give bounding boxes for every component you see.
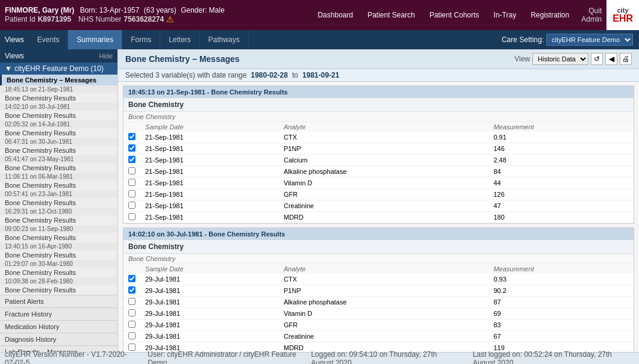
- nav-in-tray[interactable]: In-Tray: [487, 0, 524, 30]
- sidebar-time-entry[interactable]: 14:02:10 on 30-Jul-1981: [0, 103, 117, 111]
- section-subtitle: Bone Chemistry: [123, 112, 634, 122]
- view-label: View: [514, 55, 530, 63]
- row-checkbox[interactable]: [128, 298, 136, 305]
- table-row: 29-Jul-1981P1NP90.2: [123, 285, 634, 297]
- content-title: Bone Chemistry – Messages: [125, 54, 240, 64]
- quit-link[interactable]: Quit: [588, 7, 602, 15]
- row-checkbox[interactable]: [128, 179, 136, 186]
- sidebar-time-entry[interactable]: 06:47:31 on 30-Jun-1981: [0, 138, 117, 146]
- main-layout: Views Hide ▼ cityEHR Feature Demo (10) B…: [0, 49, 639, 352]
- sidebar-time-entry[interactable]: 02:05:32 on 14-Jul-1981: [0, 120, 117, 128]
- logged-on-text: Logged on: 09:54:10 on Thursday, 27th Au…: [311, 350, 460, 365]
- nav-dashboard[interactable]: Dashboard: [310, 0, 360, 30]
- row-checkbox[interactable]: [128, 133, 136, 140]
- row-checkbox[interactable]: [128, 156, 136, 163]
- sidebar-sub-item[interactable]: Bone Chemistry Results: [0, 111, 117, 120]
- sidebar-sub-item[interactable]: Bone Chemistry Results: [0, 250, 117, 260]
- sidebar-sub-item[interactable]: Bone Chemistry Results: [0, 268, 117, 277]
- tab-bar: Views Events Summaries Forms Letters Pat…: [0, 30, 639, 49]
- sidebar-time-entry[interactable]: 09:00:23 on 11-Sep-1980: [0, 225, 117, 233]
- top-bar: FINMORE, Gary (Mr) Born: 13-Apr-1957 (63…: [0, 0, 639, 30]
- nav-registration[interactable]: Registration: [523, 0, 576, 30]
- row-checkbox[interactable]: [128, 144, 136, 152]
- row-checkbox[interactable]: [128, 286, 136, 294]
- user-text: User: cityEHR Administrator / cityEHR Fe…: [148, 350, 299, 365]
- results-section: 18:45:13 on 21-Sep-1981 - Bone Chemistry…: [123, 85, 634, 224]
- row-checkbox[interactable]: [128, 332, 136, 339]
- sidebar-time-entry[interactable]: 16:29:31 on 12-Oct-1980: [0, 208, 117, 215]
- sidebar-sub-item[interactable]: Bone Chemistry Results: [0, 198, 117, 208]
- nav-patient-search[interactable]: Patient Search: [360, 0, 422, 30]
- nav-links: Dashboard Patient Search Patient Cohorts…: [310, 0, 576, 30]
- tab-summaries[interactable]: Summaries: [68, 30, 122, 49]
- table-row: 29-Jul-1981CTX0.93: [123, 274, 634, 285]
- results-container: 18:45:13 on 21-Sep-1981 - Bone Chemistry…: [118, 85, 639, 352]
- sidebar-section-fracture[interactable]: Fracture History: [0, 307, 117, 320]
- row-checkbox[interactable]: [128, 309, 136, 316]
- sidebar-time-entry[interactable]: 11:06:11 on 06-Mar-1981: [0, 173, 117, 180]
- sidebar-group-title[interactable]: ▼ cityEHR Feature Demo (10): [0, 63, 117, 75]
- sidebar-header: Views Hide: [0, 49, 117, 63]
- content-area: Bone Chemistry – Messages View Historic …: [118, 49, 639, 352]
- sidebar-time-entry[interactable]: 13:40:15 on 16-Apr-1980: [0, 242, 117, 250]
- tab-forms[interactable]: Forms: [122, 30, 160, 49]
- refresh-button[interactable]: ↺: [591, 53, 603, 65]
- tab-letters[interactable]: Letters: [160, 30, 200, 49]
- print-button[interactable]: 🖨: [620, 53, 632, 65]
- section-subtitle: Bone Chemistry: [123, 254, 634, 264]
- row-checkbox[interactable]: [128, 321, 136, 328]
- sidebar-section-diagnosis[interactable]: Diagnosis History: [0, 333, 117, 345]
- sidebar-time-entry[interactable]: 00:57:41 on 23-Jan-1981: [0, 190, 117, 198]
- date-range: Selected 3 variable(s) with date range 1…: [118, 69, 639, 82]
- version-text: cityEHR Version Number - V1.7-2020-07-02…: [5, 350, 136, 365]
- last-logged-text: Last logged on: 00:52:24 on Thursday, 27…: [473, 350, 634, 365]
- table-row: 21-Sep-1981GFR126: [123, 189, 634, 200]
- care-setting-select[interactable]: cityEHR Feature Demo: [546, 34, 633, 46]
- tab-events[interactable]: Events: [29, 30, 69, 49]
- historic-data-select[interactable]: Historic Data: [532, 53, 588, 65]
- sidebar-active-item[interactable]: Bone Chemistry – Messages: [0, 75, 117, 85]
- row-checkbox[interactable]: [128, 190, 136, 197]
- row-checkbox[interactable]: [128, 213, 136, 220]
- sidebar-sub-item[interactable]: Bone Chemistry Results: [0, 163, 117, 173]
- table-row: 29-Jul-1981GFR83: [123, 319, 634, 331]
- table-row: 29-Jul-1981Alkaline phosphatase87: [123, 297, 634, 308]
- sidebar-sub-item[interactable]: Bone Chemistry Results: [0, 93, 117, 103]
- sidebar-sub-item[interactable]: Bone Chemistry Results: [0, 285, 117, 295]
- section-title: Bone Chemistry: [123, 98, 634, 112]
- row-checkbox[interactable]: [128, 275, 136, 282]
- sidebar-section-patient-alerts[interactable]: Patient Alerts: [0, 295, 117, 307]
- sidebar-views: Views: [5, 52, 24, 60]
- tab-pathways[interactable]: Pathways: [200, 30, 249, 49]
- sidebar-sub-item[interactable]: Bone Chemistry Results: [0, 146, 117, 155]
- sidebar-hide-button[interactable]: Hide: [99, 52, 113, 60]
- patient-info: FINMORE, Gary (Mr) Born: 13-Apr-1957 (63…: [0, 0, 310, 30]
- quit-admin: Quit Admin: [576, 0, 606, 30]
- results-table: Sample DateAnalyteMeasurement29-Jul-1981…: [123, 264, 634, 352]
- sidebar-time-entry[interactable]: 01:29:07 on 30-Mar-1980: [0, 260, 117, 268]
- table-row: 21-Sep-1981Creatinine47: [123, 200, 634, 212]
- results-section-header: 18:45:13 on 21-Sep-1981 - Bone Chemistry…: [123, 86, 634, 98]
- prev-button[interactable]: ◀: [605, 53, 617, 65]
- sidebar-sub-item[interactable]: Bone Chemistry Results: [0, 233, 117, 242]
- sidebar-time-entry[interactable]: 10:09:38 on 28-Feb-1980: [0, 277, 117, 285]
- row-checkbox[interactable]: [128, 202, 136, 209]
- nav-patient-cohorts[interactable]: Patient Cohorts: [422, 0, 487, 30]
- view-controls: View Historic Data ↺ ◀ 🖨: [514, 53, 632, 65]
- content-header: Bone Chemistry – Messages View Historic …: [118, 49, 639, 69]
- admin-link[interactable]: Admin: [581, 15, 602, 23]
- warning-icon: ⚠: [166, 14, 174, 24]
- sidebar-time-entry[interactable]: 18:45:13 on 21-Sep-1981: [0, 85, 117, 93]
- results-table: Sample DateAnalyteMeasurement21-Sep-1981…: [123, 122, 634, 223]
- sidebar-sub-item[interactable]: Bone Chemistry Results: [0, 128, 117, 138]
- sidebar-sub-item[interactable]: Bone Chemistry Results: [0, 180, 117, 190]
- sidebar-time-entry[interactable]: 05:41:47 on 23-May-1981: [0, 155, 117, 163]
- row-checkbox[interactable]: [128, 167, 136, 174]
- table-row: 21-Sep-1981Calcium2.48: [123, 155, 634, 166]
- sidebar-sub-item[interactable]: Bone Chemistry Results: [0, 215, 117, 225]
- table-row: 21-Sep-1981P1NP146: [123, 143, 634, 155]
- sidebar: Views Hide ▼ cityEHR Feature Demo (10) B…: [0, 49, 118, 352]
- table-row: 29-Jul-1981Creatinine67: [123, 331, 634, 342]
- sidebar-section-medication[interactable]: Medication History: [0, 320, 117, 333]
- care-setting: Care Setting: cityEHR Feature Demo: [502, 30, 639, 49]
